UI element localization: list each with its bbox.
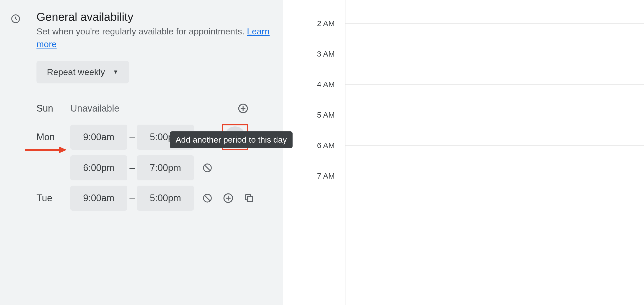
clock-icon xyxy=(10,14,21,24)
hour-gridline xyxy=(345,54,644,54)
hour-label: 2 AM xyxy=(317,19,335,28)
hour-row: 6 AM xyxy=(283,145,644,146)
start-time-input[interactable]: 6:00pm xyxy=(70,155,127,180)
section-header: General availability Set when you're reg… xyxy=(10,10,272,51)
svg-line-11 xyxy=(205,165,210,171)
section-title: General availability xyxy=(36,10,272,23)
time-dash: – xyxy=(127,132,137,143)
hour-gridline xyxy=(345,115,644,115)
availability-panel: General availability Set when you're reg… xyxy=(0,0,283,305)
subtitle-text: Set when you're regularly available for … xyxy=(36,26,247,36)
time-dash: – xyxy=(127,193,137,204)
time-period: 6:00pm–7:00pm xyxy=(70,155,194,180)
hour-row: 5 AM xyxy=(283,115,644,115)
hour-label: 5 AM xyxy=(317,111,335,119)
day-label: Sun xyxy=(36,103,70,114)
day-label: Tue xyxy=(36,193,70,204)
repeat-label: Repeat weekly xyxy=(47,67,105,77)
hour-gridline xyxy=(345,145,644,146)
period-actions xyxy=(201,162,214,174)
hour-gridline xyxy=(345,23,644,24)
add-period-button[interactable] xyxy=(222,192,234,204)
timeline-divider xyxy=(507,0,507,305)
svg-marker-19 xyxy=(59,147,67,153)
remove-period-button[interactable] xyxy=(201,192,214,204)
hour-gridline xyxy=(345,84,644,85)
day-label: Mon xyxy=(36,132,70,143)
end-time-input[interactable]: 7:00pm xyxy=(137,155,194,180)
add-period-tooltip: Add another period to this day xyxy=(170,131,293,148)
remove-period-button[interactable] xyxy=(201,162,214,174)
period-actions xyxy=(201,192,255,204)
time-period: 9:00am–5:00pm xyxy=(70,186,194,211)
start-time-input[interactable]: 9:00am xyxy=(70,125,127,150)
hour-label: 4 AM xyxy=(317,80,335,89)
copy-to-days-button[interactable] xyxy=(243,192,255,204)
chevron-down-icon: ▼ xyxy=(113,69,119,75)
repeat-select[interactable]: Repeat weekly ▼ xyxy=(36,61,129,83)
hour-row: 3 AM xyxy=(283,54,644,54)
days-list: SunUnavailableMon9:00am–5:00pm6:00pm–7:0… xyxy=(36,95,272,213)
svg-line-13 xyxy=(205,195,210,201)
unavailable-text: Unavailable xyxy=(70,103,119,114)
hour-row: 2 AM xyxy=(283,23,644,24)
day-row: 6:00pm–7:00pm xyxy=(36,153,272,183)
time-dash: – xyxy=(127,162,137,173)
end-time-input[interactable]: 5:00pm xyxy=(137,186,194,211)
day-row: SunUnavailable xyxy=(36,95,272,121)
section-subtitle: Set when you're regularly available for … xyxy=(36,25,272,51)
hour-label: 3 AM xyxy=(317,50,335,58)
add-period-button[interactable] xyxy=(237,102,249,115)
hour-label: 7 AM xyxy=(317,172,335,180)
hour-label: 6 AM xyxy=(317,141,335,150)
start-time-input[interactable]: 9:00am xyxy=(70,186,127,211)
annotation-arrow-icon xyxy=(25,146,67,155)
calendar-timeline[interactable]: 2 AM3 AM4 AM5 AM6 AM7 AM xyxy=(283,0,644,305)
svg-rect-17 xyxy=(247,196,252,202)
hour-row: 4 AM xyxy=(283,84,644,85)
hour-row: 7 AM xyxy=(283,176,644,176)
hour-gridline xyxy=(345,176,644,176)
timeline-divider xyxy=(345,0,345,305)
day-row: Tue9:00am–5:00pm xyxy=(36,183,272,213)
